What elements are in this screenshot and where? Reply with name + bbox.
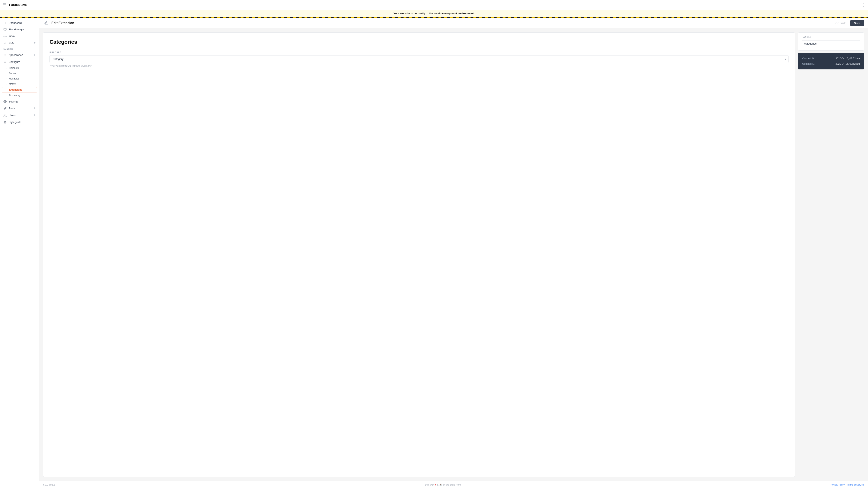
go-back-button[interactable]: Go Back [833,20,848,26]
svg-point-11 [4,121,6,123]
sub-item-label: Extensions [9,88,22,91]
coffee-icon: ☕ [439,483,442,486]
chevron-icon: › [7,89,7,91]
users-icon [3,113,7,117]
chevron-icon: › [7,83,7,85]
updated-at-row: Updated At 2020-04-15, 09:52 am [802,62,860,65]
fieldset-section-label: FIELDSET [50,51,788,54]
heart-icon: ♥ [435,484,436,486]
by-team-text: by the efelle team [443,484,461,486]
dashboard-icon: ⊞ [3,21,7,25]
sidebar-item-inbox[interactable]: Inbox [0,33,39,39]
handle-section: HANDLE [798,32,864,51]
sub-item-label: Fieldsets [9,67,19,69]
svg-point-8 [4,101,5,102]
extension-name: Categories [50,39,788,45]
seo-plus-icon[interactable]: + [34,41,36,44]
more-options-icon[interactable]: ⋮ [861,3,865,7]
sidebar-item-label: Configure [9,60,32,63]
svg-rect-0 [4,28,6,30]
env-bar: Your website is currently in the local d… [0,10,868,18]
sidebar-item-configure[interactable]: Configure − [0,58,39,65]
sub-item-label: Matrix [9,83,16,86]
sub-item-label: Taxonomy [9,94,20,97]
fieldset-section: FIELDSET Category ▾ What fieldset would … [50,51,788,67]
file-manager-icon [3,28,7,31]
env-bar-message: Your website is currently in the local d… [394,12,474,15]
sidebar-item-label: Styleguide [9,121,36,124]
version-label: 6.0.0-beta.5 [43,484,55,486]
sidebar-item-users[interactable]: Users + [0,112,39,119]
sidebar-item-label: Appearance [9,54,32,57]
svg-point-4 [4,55,5,55]
save-button[interactable]: Save [850,20,864,26]
fieldset-hint: What fieldset would you like to attach? [50,64,788,67]
app-logo: FUSIONCMS [9,3,27,7]
svg-point-12 [5,122,5,122]
sidebar-sub-taxonomy[interactable]: › Taxonomy [0,93,39,98]
created-at-label: Created At [802,57,814,60]
sidebar-item-dashboard[interactable]: ⊞ Dashboard [0,20,39,26]
seo-icon [3,41,7,44]
appearance-plus-icon[interactable]: + [34,53,36,57]
fieldset-select-wrapper: Category ▾ [50,55,788,63]
sidebar-item-styleguide[interactable]: Styleguide [0,119,39,125]
updated-at-value: 2020-04-15, 09:52 am [836,62,860,65]
configure-icon [3,60,7,63]
sub-item-label: Forms [9,72,16,75]
terms-link[interactable]: Terms of Service [847,484,864,486]
sidebar-sub-forms[interactable]: › Forms [0,71,39,76]
chevron-icon: › [7,67,7,69]
meta-section: Created At 2020-04-15, 09:52 am Updated … [798,53,864,69]
main-panel: Categories FIELDSET Category ▾ What fiel… [43,32,795,477]
sidebar-sub-matrix[interactable]: › Matrix [0,82,39,87]
inbox-icon [3,34,7,38]
sidebar-item-label: Settings [9,100,36,103]
sidebar-item-label: Dashboard [9,21,36,25]
footer-center: Built with ♥ & ☕ by the efelle team [425,483,461,486]
system-section-label: SYSTEM [0,46,39,51]
handle-label: HANDLE [802,36,860,38]
sidebar-item-label: Inbox [9,34,36,38]
sidebar-sub-extensions[interactable]: › Extensions [2,87,37,92]
sub-item-label: Mailables [9,77,19,80]
hamburger-icon[interactable]: ☰ [3,3,6,7]
right-panel: HANDLE Created At 2020-04-15, 09:52 am U… [798,32,864,477]
tools-plus-icon[interactable]: + [34,106,36,110]
sidebar-item-tools[interactable]: Tools + [0,105,39,112]
sidebar-item-appearance[interactable]: Appearance + [0,51,39,58]
svg-point-9 [4,114,5,115]
sidebar-item-file-manager[interactable]: File Manager [0,26,39,33]
created-at-row: Created At 2020-04-15, 09:52 am [802,57,860,60]
handle-input[interactable] [802,40,860,47]
svg-marker-13 [45,21,48,24]
built-with-text: Built with [425,484,434,486]
fieldset-select[interactable]: Category [50,55,788,63]
page-title: Edit Extension [51,21,74,25]
and-text: & [437,484,438,486]
edit-extension-icon [43,20,49,26]
settings-icon [3,100,7,103]
updated-at-label: Updated At [802,62,814,65]
privacy-policy-link[interactable]: Privacy Policy [831,484,844,486]
sidebar-item-seo[interactable]: SEO + [0,39,39,46]
sidebar-item-label: File Manager [9,28,36,31]
chevron-icon: › [7,72,7,74]
footer-links: Privacy Policy Terms of Service [831,484,864,486]
appearance-icon [3,53,7,57]
page-header: Edit Extension Go Back Save [39,18,868,28]
styleguide-icon [3,120,7,124]
sidebar-item-settings[interactable]: Settings [0,98,39,105]
tools-icon [3,107,7,110]
sidebar-sub-mailables[interactable]: › Mailables [0,76,39,82]
created-at-value: 2020-04-15, 09:52 am [836,57,860,60]
chevron-icon: › [7,95,7,97]
configure-minus-icon[interactable]: − [34,60,36,64]
users-plus-icon[interactable]: + [34,113,36,117]
footer: 6.0.0-beta.5 Built with ♥ & ☕ by the efe… [39,481,868,488]
sidebar-item-label: SEO [9,41,32,44]
sidebar-sub-fieldsets[interactable]: › Fieldsets [0,65,39,71]
chevron-icon: › [7,78,7,80]
sidebar-item-label: Users [9,114,32,117]
sidebar-item-label: Tools [9,107,32,110]
